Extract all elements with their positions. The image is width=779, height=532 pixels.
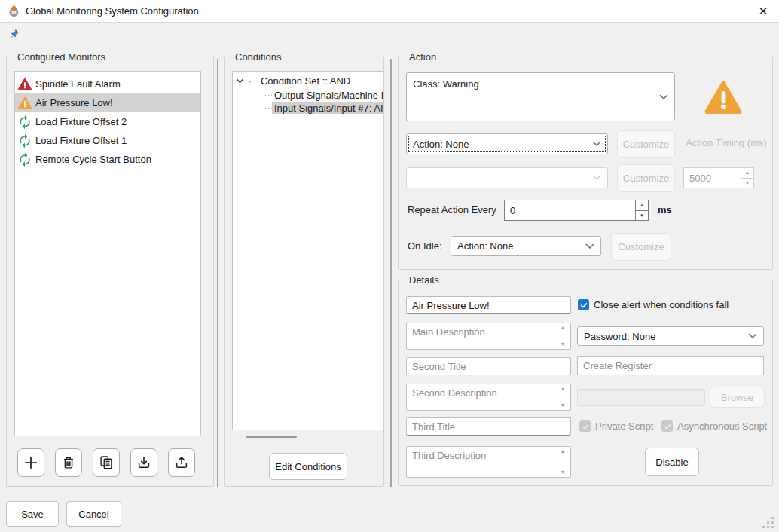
customize-timing-button[interactable]: Customize [617, 164, 675, 192]
main-description-placeholder: Main Description [412, 326, 485, 338]
async-script-checkbox-row: Asynchronous Script [661, 420, 767, 432]
duplicate-monitor-button[interactable] [93, 448, 120, 477]
spin-up-button[interactable]: ▲ [741, 168, 753, 179]
textarea-scroll-arrows[interactable]: ▲▼ [558, 386, 567, 408]
tree-connector [264, 108, 272, 109]
password-combobox[interactable]: Password: None [577, 326, 764, 346]
conditions-group: Conditions · Condition Set :: AND Output… [224, 57, 384, 487]
checkbox-disabled-icon [661, 420, 673, 432]
monitor-item-load-fixture-1[interactable]: Load Fixture Offset 1 [15, 131, 200, 150]
monitor-item-air-pressure[interactable]: Air Pressure Low! [15, 93, 200, 112]
main-description-textarea[interactable]: Main Description ▲▼ [406, 323, 571, 350]
disable-label: Disable [655, 457, 688, 468]
cancel-button[interactable]: Cancel [66, 501, 121, 527]
details-label: Details [406, 274, 442, 286]
edit-conditions-button[interactable]: Edit Conditions [269, 453, 347, 480]
customize-action-button[interactable]: Customize [617, 130, 675, 158]
third-description-textarea[interactable]: Third Description ▲▼ [406, 446, 571, 478]
private-script-label: Private Script [595, 420, 653, 432]
pin-toolbar [0, 23, 779, 47]
second-description-textarea[interactable]: Second Description ▲▼ [406, 384, 571, 411]
close-button[interactable]: ✕ [752, 2, 774, 21]
scroll-up-icon: ▲ [561, 325, 566, 331]
chevron-down-icon [659, 94, 668, 100]
warning-triangle-large-icon [704, 79, 743, 115]
action-timing-label: Action Timing (ms) [679, 137, 774, 148]
resize-grip[interactable] [762, 517, 774, 529]
second-description-placeholder: Second Description [412, 387, 497, 399]
pin-icon[interactable] [8, 29, 20, 43]
class-combobox[interactable]: Class: Warning [406, 72, 675, 121]
scroll-up-icon: ▲ [561, 386, 566, 392]
trash-icon [60, 454, 77, 471]
chevron-down-icon [592, 175, 601, 181]
repeat-action-label: Repeat Action Every [408, 200, 496, 221]
chevron-down-icon[interactable] [236, 77, 244, 85]
add-monitor-button[interactable] [17, 448, 44, 477]
third-title-input[interactable] [406, 417, 571, 436]
customize-label: Customize [623, 139, 669, 150]
second-title-input[interactable] [406, 357, 571, 375]
scroll-down-icon: ▼ [561, 469, 566, 475]
customize-idle-button[interactable]: Customize [611, 233, 671, 261]
tree-node-condition-set[interactable]: · Condition Set :: AND [236, 75, 383, 87]
customize-label: Customize [623, 173, 669, 184]
spin-up-button[interactable]: ▲ [636, 200, 648, 211]
import-icon [136, 454, 152, 471]
class-combobox-value: Class: Warning [413, 78, 479, 90]
splitter-right[interactable] [390, 59, 392, 487]
private-script-checkbox-row: Private Script [579, 420, 653, 432]
monitor-item-label: Remote Cycle Start Button [35, 154, 151, 165]
close-alert-checkbox-row[interactable]: Close alert when conditions fall [578, 299, 729, 310]
monitor-item-label: Air Pressure Low! [35, 97, 113, 109]
export-monitor-button[interactable] [168, 448, 195, 477]
delete-monitor-button[interactable] [55, 448, 82, 477]
save-button[interactable]: Save [6, 501, 59, 527]
chevron-down-icon [748, 333, 757, 339]
browse-label: Browse [721, 392, 753, 403]
tree-horizontal-scrollbar[interactable] [246, 436, 297, 438]
configured-monitors-group: Configured Monitors Spindle Fault Alarm … [6, 57, 214, 487]
textarea-scroll-arrows[interactable]: ▲▼ [558, 325, 567, 347]
monitor-item-load-fixture-2[interactable]: Load Fixture Offset 2 [15, 112, 200, 131]
warning-triangle-icon [17, 96, 32, 111]
refresh-icon [17, 133, 32, 148]
spin-down-button[interactable]: ▼ [741, 179, 753, 188]
create-register-input[interactable] [577, 356, 764, 375]
chevron-down-icon [592, 141, 601, 147]
async-script-label: Asynchronous Script [677, 420, 767, 432]
spin-down-button[interactable]: ▼ [636, 211, 648, 221]
export-icon [173, 454, 190, 471]
idle-action-combobox[interactable]: Action: None [451, 236, 601, 256]
action-combobox-value: Action: None [413, 139, 469, 150]
action-combobox[interactable]: Action: None [406, 133, 608, 154]
splitter-left[interactable] [217, 59, 218, 487]
copy-icon [98, 454, 115, 471]
textarea-scroll-arrows[interactable]: ▲▼ [558, 448, 567, 475]
monitors-list: Spindle Fault Alarm Air Pressure Low! Lo… [14, 71, 201, 436]
disable-button[interactable]: Disable [645, 448, 699, 476]
checkbox-checked-icon[interactable] [578, 299, 589, 310]
title-bar: M Global Monitoring System Configuration… [0, 0, 779, 23]
refresh-icon [17, 152, 32, 167]
details-group: Details Close alert when conditions fall… [398, 280, 773, 486]
alarm-triangle-icon [17, 77, 32, 92]
monitor-item-remote-cycle-start[interactable]: Remote Cycle Start Button [15, 150, 200, 169]
scroll-up-icon: ▲ [561, 448, 566, 454]
monitor-item-label: Load Fixture Offset 2 [35, 116, 127, 127]
customize-label: Customize [618, 241, 664, 252]
alert-title-input[interactable] [406, 296, 571, 314]
tree-node-output-signals[interactable]: Output Signals/Machine Ena [274, 89, 383, 102]
action-label: Action [406, 51, 439, 63]
tree-connector [264, 95, 272, 96]
on-idle-label: On Idle: [408, 236, 442, 256]
import-monitor-button[interactable] [130, 448, 157, 477]
repeat-interval-spinbox[interactable]: 0 ▲▼ [504, 200, 649, 221]
tree-node-input-signals[interactable]: Input Signals/Input #7: AIR I [272, 102, 383, 115]
save-label: Save [21, 509, 44, 520]
tree-node-label: Input Signals/Input #7: AIR I [272, 102, 383, 114]
secondary-action-combobox [406, 167, 608, 188]
monitor-item-spindle-fault[interactable]: Spindle Fault Alarm [15, 75, 200, 93]
action-timing-spinbox: 5000 ▲▼ [683, 167, 754, 188]
browse-button[interactable]: Browse [710, 387, 765, 408]
